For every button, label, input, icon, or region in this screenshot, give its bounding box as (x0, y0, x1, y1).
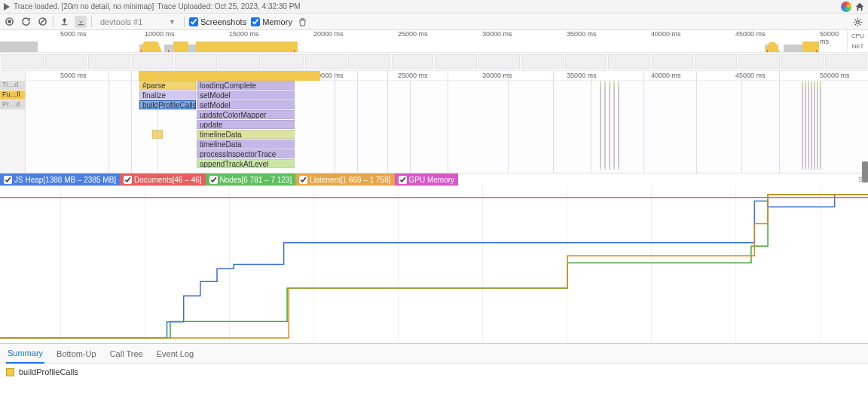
legend-docs[interactable]: Documents[46 – 46] (120, 173, 206, 186)
tab-summary[interactable]: Summary (6, 344, 44, 364)
flame-item[interactable]: updateColorMapper (197, 110, 295, 119)
selected-name: buildProfileCalls (19, 367, 78, 376)
track-label[interactable]: Ti…d (0, 81, 25, 90)
reload-button[interactable] (20, 16, 32, 28)
target-dropdown[interactable]: devtools #1▼ (96, 17, 179, 27)
home-icon[interactable] (854, 2, 865, 12)
cpu-label: CPU (851, 32, 864, 39)
flame-item[interactable]: finalize (139, 91, 196, 100)
flame-item[interactable]: timelineData (197, 140, 295, 149)
play-icon (3, 3, 11, 11)
flame-item[interactable]: timelineData (197, 130, 295, 139)
gc-button[interactable] (297, 16, 309, 28)
track-label[interactable]: Pr…d (0, 100, 25, 109)
track-label[interactable]: Fu…ll (0, 91, 25, 100)
download-button[interactable] (75, 16, 87, 28)
flame-item[interactable]: processInspectorTrace (197, 149, 295, 158)
flame-item[interactable]: appendTrackAtLevel (197, 159, 295, 168)
screenshots-checkbox[interactable]: Screenshots (189, 17, 246, 26)
net-label: NET (852, 43, 864, 50)
legend-jsheap[interactable]: JS Heap[1388 MB – 2385 MB] (0, 173, 120, 186)
overview-pane[interactable]: 5000 ms10000 ms15000 ms20000 ms25000 ms3… (0, 30, 868, 53)
svg-point-4 (856, 20, 859, 23)
detail-tabs: Summary Bottom-Up Call Tree Event Log (0, 344, 868, 364)
legend-listeners[interactable]: Listeners[1 669 – 1 758] (295, 173, 394, 186)
settings-button[interactable] (851, 16, 863, 28)
memory-chart[interactable] (0, 186, 868, 344)
summary-pane: buildProfileCalls (0, 364, 868, 380)
clear-button[interactable] (36, 16, 48, 28)
flame-item[interactable]: setModel (197, 91, 295, 100)
upload-button[interactable] (58, 16, 70, 28)
legend-gpu[interactable]: GPU Memory (395, 173, 459, 186)
svg-point-1 (8, 20, 11, 23)
status-bar: Trace loaded. [20m no detail, no minimap… (0, 0, 868, 14)
trace-status: Trace loaded. [20m no detail, no minimap… (14, 2, 154, 11)
svg-line-3 (39, 19, 44, 24)
flame-item[interactable]: setModel (197, 100, 295, 109)
flame-item[interactable]: loadingComplete (197, 81, 295, 90)
trace-uploaded: Trace Uploaded: Oct 25, 2023, 4:32:30 PM (157, 2, 300, 11)
memory-checkbox[interactable]: Memory (251, 17, 292, 26)
toolbar: devtools #1▼ Screenshots Memory (0, 14, 868, 30)
filmstrip[interactable] (0, 53, 868, 71)
flame-item[interactable]: buildProfileCalls (139, 100, 196, 109)
memory-legend: JS Heap[1388 MB – 2385 MB]Documents[46 –… (0, 173, 868, 186)
tab-event-log[interactable]: Event Log (155, 345, 196, 363)
flame-item[interactable]: #parse (139, 81, 196, 90)
legend-nodes[interactable]: Nodes[6 781 – 7 123] (206, 173, 296, 186)
menu-icon[interactable]: ≡ (858, 174, 863, 185)
tab-bottom-up[interactable]: Bottom-Up (55, 345, 98, 363)
tab-call-tree[interactable]: Call Tree (108, 345, 145, 363)
flame-chart[interactable]: Ti…d Fu…ll Pr…d 5000 ms10000 ms15000 ms2… (0, 71, 868, 173)
globe-icon[interactable] (841, 2, 851, 12)
record-button[interactable] (3, 16, 15, 28)
color-swatch (6, 368, 14, 376)
flame-item[interactable]: update (197, 120, 295, 129)
